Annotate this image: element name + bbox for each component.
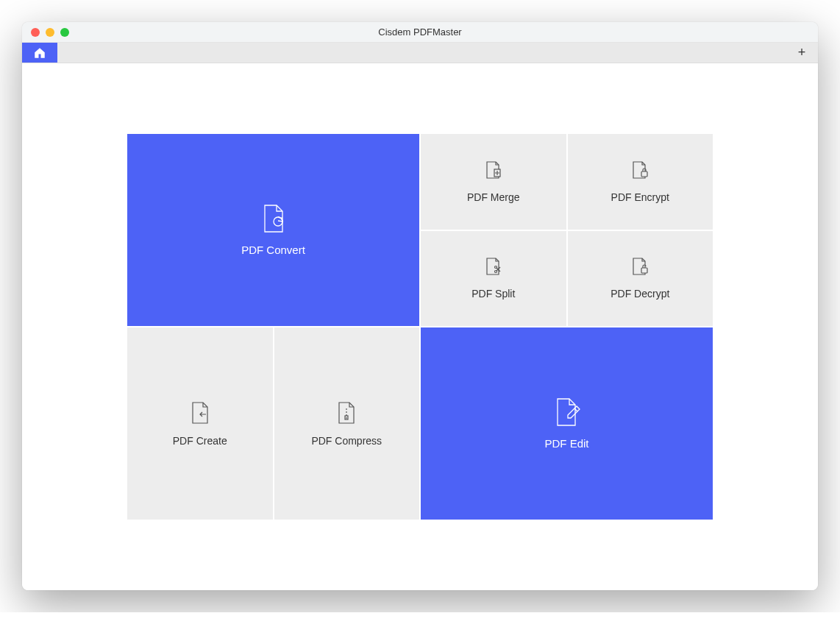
tile-label: PDF Encrypt: [611, 191, 669, 203]
tile-label: PDF Decrypt: [611, 288, 669, 300]
tile-pdf-split[interactable]: PDF Split: [421, 231, 566, 327]
tile-pdf-edit[interactable]: PDF Edit: [421, 327, 713, 520]
tab-bar: +: [22, 43, 818, 63]
encrypt-icon: [631, 160, 649, 181]
split-icon: [485, 257, 502, 277]
tile-pdf-encrypt[interactable]: PDF Encrypt: [568, 134, 713, 230]
titlebar: Cisdem PDFMaster: [22, 22, 818, 43]
plus-icon: +: [798, 45, 806, 60]
content-area: PDF Convert PDF Merge: [22, 63, 818, 590]
svg-rect-5: [641, 268, 647, 273]
create-icon: [190, 401, 210, 425]
tool-grid: PDF Convert PDF Merge: [127, 134, 713, 520]
tile-label: PDF Merge: [467, 191, 520, 203]
edit-icon: [553, 397, 581, 427]
tile-pdf-compress[interactable]: PDF Compress: [274, 327, 420, 520]
tile-pdf-convert[interactable]: PDF Convert: [127, 134, 419, 326]
compress-icon: [336, 401, 357, 425]
decrypt-icon: [631, 257, 649, 277]
close-window-button[interactable]: [31, 28, 40, 37]
tile-label: PDF Split: [471, 288, 515, 300]
new-tab-button[interactable]: +: [791, 43, 812, 63]
tile-label: PDF Compress: [311, 435, 382, 447]
traffic-lights: [22, 28, 69, 37]
app-window: Cisdem PDFMaster +: [22, 22, 818, 590]
home-icon: [33, 46, 46, 60]
maximize-window-button[interactable]: [60, 28, 69, 37]
home-tab[interactable]: [22, 43, 57, 63]
window-title: Cisdem PDFMaster: [22, 26, 818, 38]
convert-icon: [260, 204, 287, 233]
svg-rect-2: [641, 171, 647, 177]
merge-icon: [485, 160, 502, 181]
tile-label: PDF Convert: [241, 244, 305, 256]
tile-pdf-decrypt[interactable]: PDF Decrypt: [568, 231, 713, 327]
tile-pdf-create[interactable]: PDF Create: [127, 327, 273, 520]
tile-label: PDF Create: [173, 435, 227, 447]
tile-label: PDF Edit: [544, 437, 588, 450]
minimize-window-button[interactable]: [46, 28, 54, 37]
tile-pdf-merge[interactable]: PDF Merge: [421, 134, 566, 230]
